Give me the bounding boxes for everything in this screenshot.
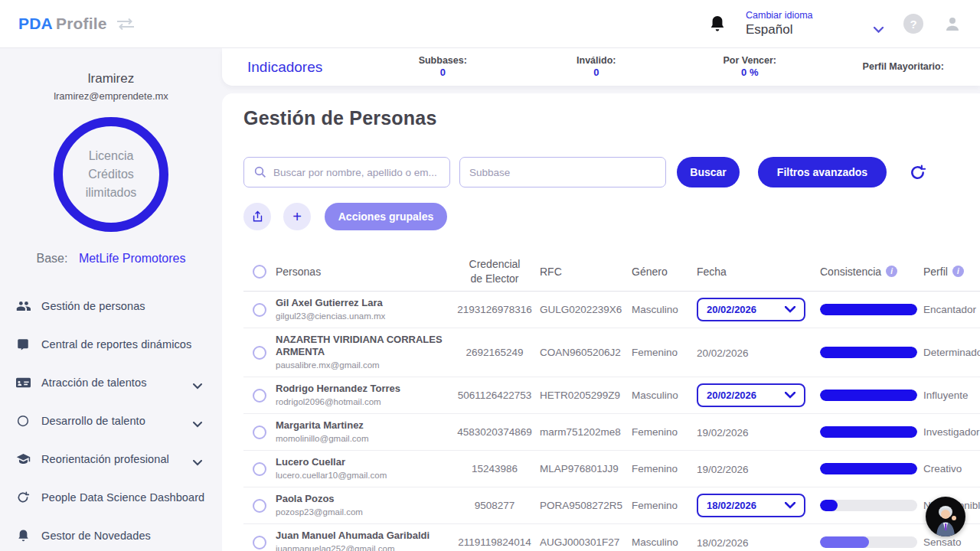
rfc-cell: AUGJ000301F27 (536, 536, 626, 548)
language-selector[interactable]: Cambiar idioma Español (746, 10, 884, 38)
col-rfc: RFC (536, 266, 626, 278)
row-checkbox[interactable] (253, 389, 266, 403)
row-checkbox[interactable] (253, 425, 266, 439)
sync-icon (15, 490, 31, 505)
search-button[interactable]: Buscar (677, 157, 740, 187)
genero-cell: Femenino (626, 463, 691, 474)
consistencia-cell (814, 347, 923, 358)
fecha-cell: 20/02/2026 (691, 383, 814, 407)
consistencia-cell (814, 390, 923, 401)
chat-assistant-avatar[interactable] (926, 497, 965, 536)
indicators-bar: Indicadores Subbases:0Inválido:0Por Venc… (222, 48, 980, 86)
user-account-icon[interactable] (943, 15, 962, 33)
person-email: pausalibre.mx@gmail.com (276, 360, 443, 371)
sidebar-email: lramirez@emprendete.mx (0, 90, 222, 102)
page-title: Gestión de Personas (243, 107, 980, 129)
date-select[interactable]: 18/02/2026 (697, 494, 805, 517)
credencial-cell: 5061126422753 (453, 390, 536, 401)
people-table: Personas Credencial de Elector RFC Géner… (243, 252, 980, 551)
row-checkbox[interactable] (253, 346, 266, 360)
search-input[interactable] (273, 167, 440, 178)
sidebar-item-label: Reorientación profesional (41, 453, 193, 465)
sidebar-item-gestion-de-personas[interactable]: Gestión de personas (0, 287, 222, 325)
sidebar-item-desarrollo-de-talento[interactable]: Desarrollo de talento (0, 402, 222, 440)
top-header: PDAProfile Cambiar idioma Español (0, 0, 980, 48)
credencial-cell: 2692165249 (453, 347, 536, 358)
person-cell: Paola Pozospozosp23@gmail.com (276, 487, 453, 523)
select-all-checkbox[interactable] (253, 265, 266, 279)
add-person-button[interactable]: + (283, 203, 311, 230)
consistencia-cell (814, 304, 923, 315)
perfil-cell: Determinado (923, 347, 980, 358)
row-checkbox[interactable] (253, 499, 266, 513)
help-icon[interactable]: ? (903, 14, 923, 34)
genero-cell: Masculino (626, 304, 691, 315)
col-fecha: Fecha (691, 266, 814, 278)
id-card-icon (15, 375, 31, 390)
person-email: gilgul23@ciencias.unam.mx (276, 311, 443, 322)
person-name: Juan Manuel Ahumada Garibaldi (276, 530, 443, 542)
col-credencial: Credencial de Elector (453, 257, 536, 286)
search-icon (253, 165, 267, 179)
table-body: Gil Axel Gutierrez Laragilgul23@ciencias… (243, 292, 980, 551)
sidebar-menu: Gestión de personasCentral de reportes d… (0, 287, 222, 551)
consistencia-cell (814, 536, 923, 548)
person-cell: Rodrigo Hernandez Torresrodrigol2096@hot… (276, 377, 453, 413)
person-name: Gil Axel Gutierrez Lara (276, 297, 443, 309)
perfil-info-icon[interactable]: i (952, 266, 964, 277)
date-select[interactable]: 20/02/2026 (697, 298, 805, 321)
sidebar-item-label: Desarrollo de talento (41, 415, 193, 427)
refresh-icon[interactable] (906, 161, 928, 183)
col-personas: Personas (276, 266, 453, 278)
row-checkbox[interactable] (253, 303, 266, 317)
person-name: Rodrigo Hernandez Torres (276, 383, 443, 395)
sidebar-item-atraccion-de-talentos[interactable]: Atracción de talentos (0, 364, 222, 402)
chevron-down-icon[interactable] (874, 27, 884, 33)
person-name: NAZARETH VIRIDIANA CORRALES ARMENTA (276, 334, 443, 358)
rfc-cell: PORA9508272R5 (536, 500, 626, 511)
credencial-cell: 9508277 (453, 500, 536, 511)
subbase-input[interactable] (469, 167, 656, 178)
date-value: 20/02/2026 (707, 390, 756, 401)
perfil-cell: Investigador (923, 426, 980, 438)
fecha-cell: 20/02/2026 (691, 346, 814, 360)
row-checkbox[interactable] (253, 462, 266, 476)
sidebar-item-label: Atracción de talentos (41, 377, 193, 389)
date-value: 19/02/2026 (697, 464, 749, 475)
swap-icon[interactable] (115, 18, 136, 31)
logo-profile: Profile (56, 15, 107, 32)
notifications-bell-icon[interactable] (709, 15, 726, 33)
row-checkbox[interactable] (253, 536, 266, 549)
fecha-cell: 18/02/2026 (691, 536, 814, 549)
indicator-label: Subbases: (366, 54, 520, 67)
people-icon (15, 298, 31, 314)
genero-cell: Femenino (626, 500, 691, 511)
date-value: 20/02/2026 (697, 347, 749, 359)
table-row: Gil Axel Gutierrez Laragilgul23@ciencias… (243, 292, 980, 328)
base-value-link[interactable]: MetLife Promotores (79, 252, 186, 265)
col-genero: Género (626, 266, 691, 278)
consistency-bar (820, 304, 917, 315)
export-button[interactable] (243, 203, 271, 230)
consistencia-info-icon[interactable]: i (886, 266, 897, 277)
person-email: momolinillo@gmail.com (276, 433, 443, 445)
sidebar-item-reorientacion-profesional[interactable]: Reorientación profesional (0, 440, 222, 478)
indicators-title: Indicadores (222, 59, 366, 76)
sidebar-item-people-data-science-dashboard[interactable]: People Data Science Dashboard (0, 478, 222, 517)
license-text: Licencia Créditos ilimitados (70, 147, 152, 202)
person-name: Paola Pozos (276, 493, 443, 505)
sidebar-item-gestor-de-novedades[interactable]: Gestor de Novedades (0, 517, 222, 551)
date-select[interactable]: 20/02/2026 (697, 383, 805, 407)
genero-cell: Masculino (626, 536, 691, 548)
indicator-invalido: Inválido:0 (520, 54, 674, 80)
consistency-bar (820, 426, 917, 438)
perfil-cell: Sensato (923, 536, 980, 548)
chevron-down-icon (785, 306, 795, 313)
advanced-filters-button[interactable]: Filtros avanzados (758, 157, 887, 187)
table-header-row: Personas Credencial de Elector RFC Géner… (243, 252, 980, 292)
sidebar-item-central-de-reportes-dinamicos[interactable]: Central de reportes dinámicos (0, 325, 222, 364)
person-cell: NAZARETH VIRIDIANA CORRALES ARMENTApausa… (276, 328, 453, 377)
group-actions-button[interactable]: Acciones grupales (325, 203, 447, 230)
fecha-cell: 18/02/2026 (691, 494, 814, 517)
fecha-cell: 19/02/2026 (691, 425, 814, 439)
